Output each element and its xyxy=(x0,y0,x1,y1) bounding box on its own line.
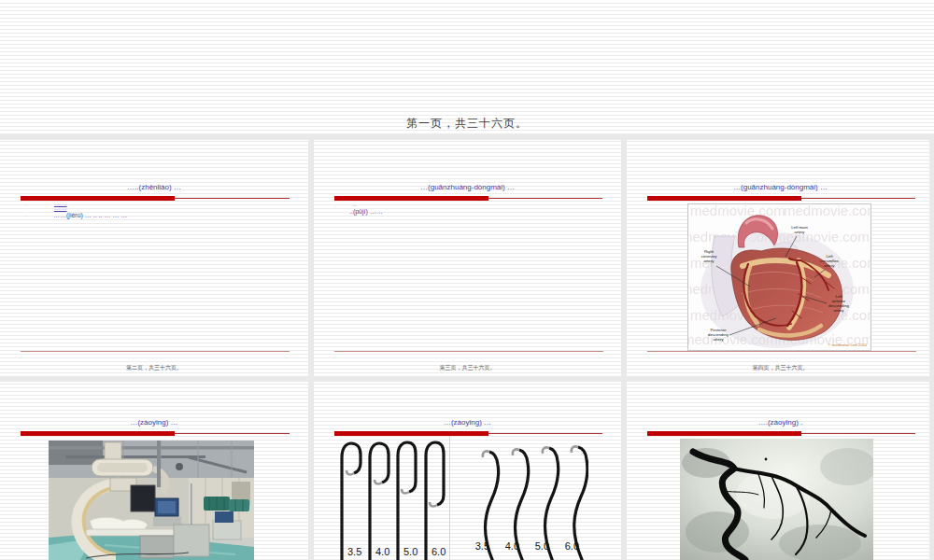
slide-title: ….(zàoyǐng) . xyxy=(627,418,934,427)
heart-anatomy-figure: medmovie.com medmovie.com medmovie.com m… xyxy=(687,203,871,351)
slide-page-caption: 第三页，共三十六页。 xyxy=(314,364,621,372)
size-labels: 3.5 4.0 5.0 6.0 xyxy=(475,540,579,552)
accent-bar-thick xyxy=(334,431,488,436)
grid-divider-horizontal xyxy=(0,376,934,382)
accent-bar-thin xyxy=(488,433,602,434)
page-1-caption: 第一页，共三十六页。 xyxy=(0,116,934,132)
monitor-dark xyxy=(131,485,155,511)
accent-bar-thin xyxy=(175,198,290,199)
slide-thumb-page-5[interactable]: …(zàoyǐng) … xyxy=(0,383,308,560)
accent-bar-thin xyxy=(488,198,602,199)
svg-text:medmovie.com: medmovie.com xyxy=(784,204,870,218)
angiogram-illustration xyxy=(680,439,873,560)
slide-thumb-page-7[interactable]: ….(zàoyǐng) . xyxy=(627,383,934,560)
slide-page-caption: 第二页，共三十六页。 xyxy=(0,364,308,372)
slide-title: …(guānzhuàng-dòngmài) … xyxy=(627,183,934,191)
catheter-tips xyxy=(347,470,437,506)
slide-footer-rule xyxy=(647,351,916,352)
accent-bar-thick xyxy=(21,431,175,436)
slide-footer-rule xyxy=(21,351,290,352)
guidewire-marker xyxy=(765,458,768,461)
slide-title: …(guānzhuàng-dòngmài) … xyxy=(314,183,621,191)
accent-bar-thick xyxy=(647,431,801,436)
title-accent-bar xyxy=(647,431,915,437)
accent-bar-thick xyxy=(334,196,488,201)
accent-bar-thick xyxy=(21,196,175,201)
patient-table xyxy=(86,529,183,536)
slide-thumb-page-2[interactable]: …..(zhěnliáo) … · ……… ……… · ……(jièrù) … … xyxy=(0,140,308,376)
slide-footer-rule xyxy=(334,351,603,352)
title-accent-bar xyxy=(21,431,290,437)
accent-bar-thin xyxy=(801,198,915,199)
catheter-size-label: 5.0 xyxy=(403,546,417,557)
title-accent-bar xyxy=(647,196,915,202)
judkins-right-catheters: 3.5 4.0 5.0 6.0 xyxy=(329,437,448,560)
slide-thumb-page-4[interactable]: …(guānzhuàng-dòngmài) … medmovie.com med… xyxy=(627,140,934,376)
slide-sorter-view: 第一页，共三十六页。 …..(zhěnliáo) … · ……… ……… · …… xyxy=(0,0,934,560)
catheter-size-label: 3.5 xyxy=(475,540,489,552)
heart-illustration: medmovie.com medmovie.com medmovie.com m… xyxy=(688,204,870,350)
catheter-size-label: 4.0 xyxy=(505,540,519,552)
catheter-size-label: 3.5 xyxy=(347,546,361,557)
label-rca: artery xyxy=(704,259,715,263)
svg-text:medmovie.com: medmovie.com xyxy=(690,204,785,218)
monitor-boom xyxy=(157,441,161,487)
catheter-shapes-right-figure: 3.5 4.0 5.0 6.0 xyxy=(465,437,588,560)
cath-lab-illustration xyxy=(49,441,254,560)
label-pda: artery xyxy=(714,337,725,342)
coronary-angiogram-photo xyxy=(680,439,873,560)
ceiling-light xyxy=(176,463,183,470)
slide-title: …..(zhěnliáo) … xyxy=(0,183,308,191)
bullet-marker: · xyxy=(334,204,336,209)
title-accent-bar xyxy=(334,196,602,202)
slide-thumb-page-6[interactable]: …(zàoyǐng) … 3.5 xyxy=(314,383,621,560)
bullet-line: ……… xyxy=(54,206,67,211)
accent-bar-thin xyxy=(801,433,915,434)
bullet-line: ……(jièrù) … .. .. … … … xyxy=(53,212,127,218)
slide-title: …(zàoyǐng) … xyxy=(314,418,621,427)
label-lcx: artery xyxy=(825,263,836,268)
cath-lab-photo xyxy=(49,441,254,560)
bullet-marker: · xyxy=(25,203,27,207)
catheter-curves xyxy=(342,442,444,560)
slide-thumb-page-3[interactable]: …(guānzhuàng-dòngmài) … · … ..(pǔjí) …… … xyxy=(314,140,621,376)
label-left-main: artery xyxy=(795,230,806,234)
accent-bar-thin xyxy=(175,433,290,434)
judkins-left-catheters: 3.5 4.0 5.0 6.0 xyxy=(465,437,588,560)
catheter-size-label: 4.0 xyxy=(375,546,389,557)
label-lad: artery xyxy=(834,308,845,313)
catheter-size-label: 5.0 xyxy=(535,540,549,552)
bullet-line: ..(pǔjí) …… xyxy=(349,208,383,215)
catheter-size-label: 6.0 xyxy=(565,540,579,552)
accent-bar-thick xyxy=(647,196,801,201)
figure-divider xyxy=(449,437,450,560)
catheter-shapes-left-figure: 3.5 4.0 5.0 6.0 xyxy=(329,437,448,560)
copyright-text: © medmovie.com 2004 xyxy=(828,343,868,347)
bullet-marker: · xyxy=(25,214,27,218)
catheter-size-label: 6.0 xyxy=(432,546,446,557)
slide-page-caption: 第四页，共三十六页。 xyxy=(627,364,934,372)
slide-title: …(zàoyǐng) … xyxy=(0,418,308,427)
catheter-tips xyxy=(483,446,578,457)
bullet-line: … xyxy=(352,203,357,207)
